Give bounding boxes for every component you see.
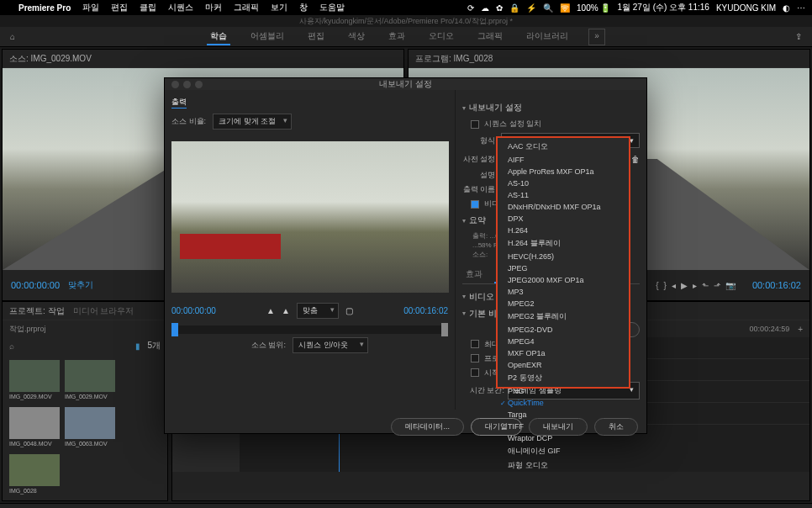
format-option[interactable]: PNG (498, 385, 629, 397)
status-icon[interactable]: 🛜 (560, 3, 570, 13)
bin-item[interactable]: IMG_0063.MOV (65, 407, 115, 449)
metadata-button[interactable]: 메타데이터... (391, 418, 464, 436)
menu-marker[interactable]: 마커 (205, 2, 222, 13)
start-tc-checkbox[interactable] (471, 368, 479, 377)
format-option[interactable]: MPEG4 (498, 336, 629, 347)
max-dot[interactable] (195, 81, 203, 88)
status-icon[interactable]: ✿ (496, 3, 503, 13)
lift-icon[interactable]: ⬑ (702, 281, 709, 290)
aspect-icon[interactable]: ▢ (345, 306, 353, 315)
bin-item[interactable]: IMG_0029.MOV (65, 360, 115, 402)
format-option[interactable]: AS-11 (498, 189, 629, 201)
format-option[interactable]: Wraptor DCP (498, 432, 629, 444)
home-button[interactable]: ⌂ (10, 32, 15, 41)
search-icon[interactable]: ⌕ (9, 341, 14, 351)
source-tc-in[interactable]: 00:00:00:00 (11, 280, 60, 290)
status-icon[interactable]: ⚡ (526, 3, 536, 13)
bin-item[interactable]: IMG_0048.MOV (9, 407, 60, 449)
status-icon[interactable]: ☁ (481, 3, 489, 13)
export-tc-in[interactable]: 00:00:00:00 (171, 306, 216, 315)
video-export-checkbox[interactable] (471, 200, 479, 209)
step-fwd-icon[interactable]: ▸ (693, 281, 697, 290)
dialog-titlebar[interactable]: 내보내기 설정 (165, 78, 646, 90)
workspace-tab-effects[interactable]: 효과 (385, 29, 409, 45)
siri-icon[interactable]: ◐ (783, 3, 790, 13)
format-option[interactable]: JPEG (498, 262, 629, 274)
menu-window[interactable]: 창 (299, 2, 308, 13)
menu-extra-icon[interactable]: ⋯ (797, 3, 805, 13)
seq-match-checkbox[interactable] (471, 120, 479, 129)
media-browser-tab[interactable]: 미디어 브라우저 (73, 305, 134, 317)
source-title[interactable]: 소스: IMG_0029.MOV (9, 53, 92, 65)
workspace-more[interactable]: » (588, 29, 605, 45)
format-option[interactable]: MPEG2 (498, 298, 629, 310)
format-option[interactable]: H.264 (498, 225, 629, 236)
format-option[interactable]: Targa (498, 409, 629, 421)
format-option[interactable]: HEVC(H.265) (498, 251, 629, 262)
close-dot[interactable] (171, 81, 179, 88)
format-option[interactable]: AS-10 (498, 177, 629, 189)
workspace-tab-audio[interactable]: 오디오 (425, 29, 457, 45)
format-option[interactable]: H.264 블루레이 (498, 236, 629, 251)
format-option[interactable]: TIFF (498, 421, 629, 432)
program-title[interactable]: 프로그램: IMG_0028 (415, 53, 493, 65)
format-option[interactable]: Apple ProRes MXF OP1a (498, 166, 629, 177)
menu-sequence[interactable]: 시퀀스 (168, 2, 193, 13)
extract-icon[interactable]: ⬏ (714, 281, 720, 290)
format-option[interactable]: AAC 오디오 (498, 140, 629, 154)
share-icon[interactable]: ⇪ (795, 32, 802, 41)
delete-preset-icon[interactable]: 🗑 (631, 155, 640, 164)
workspace-tab-library[interactable]: 라이브러리 (523, 29, 572, 45)
folder-icon[interactable]: ▮ (135, 341, 140, 351)
menu-graphic[interactable]: 그래픽 (234, 2, 259, 13)
format-option[interactable]: 파형 오디오 (498, 458, 629, 473)
format-option[interactable]: P2 동영상 (498, 371, 629, 385)
format-option[interactable]: QuickTime (498, 397, 629, 409)
format-option[interactable]: DNxHR/DNxHD MXF OP1a (498, 201, 629, 213)
max-depth-checkbox[interactable] (471, 340, 479, 348)
step-back-icon[interactable]: ◂ (672, 281, 676, 290)
effects-tab[interactable]: 효과 (462, 267, 486, 283)
workspace-tab-learn[interactable]: 학습 (207, 29, 230, 45)
import-project-checkbox[interactable] (471, 354, 479, 362)
export-range-slider[interactable] (171, 325, 448, 334)
menu-help[interactable]: 도움말 (319, 2, 345, 13)
format-option[interactable]: MPEG2-DVD (498, 324, 629, 336)
menu-view[interactable]: 보기 (271, 2, 287, 13)
export-fit-select[interactable]: 맞춤 (297, 303, 339, 319)
menu-edit[interactable]: 편집 (111, 2, 128, 13)
play-icon[interactable]: ▲ (266, 306, 275, 315)
src-scale-select[interactable]: 크기에 맞게 조절 (213, 114, 292, 130)
mark-in-icon[interactable]: { (656, 281, 658, 290)
battery-status[interactable]: 100% 🔋 (577, 3, 610, 13)
workspace-tab-assembly[interactable]: 어셈블리 (247, 29, 287, 45)
bin-item[interactable]: IMG_0028 (9, 454, 60, 496)
source-fit-dropdown[interactable]: 맞추기 (68, 279, 93, 291)
mark-out-icon[interactable]: } (664, 281, 667, 290)
format-option[interactable]: 애니메이션 GIF (498, 444, 629, 458)
status-icon[interactable]: 🔒 (509, 3, 519, 13)
bin-item[interactable]: IMG_0029.MOV (9, 360, 60, 402)
format-option[interactable]: MP3 (498, 286, 629, 298)
export-frame-icon[interactable]: 📷 (725, 281, 736, 290)
format-option[interactable]: AIFF (498, 154, 629, 166)
play-icon[interactable]: ▶ (681, 281, 688, 290)
format-option[interactable]: DPX (498, 213, 629, 225)
workspace-tab-color[interactable]: 색상 (345, 29, 368, 45)
workspace-tab-graphics[interactable]: 그래픽 (474, 29, 506, 45)
export-settings-section[interactable]: 내보내기 설정 (462, 102, 640, 114)
format-option[interactable]: JPEG2000 MXF OP1a (498, 274, 629, 286)
format-dropdown[interactable]: AAC 오디오AIFFApple ProRes MXF OP1aAS-10AS-… (496, 136, 630, 389)
datetime[interactable]: 1월 27일 (수) 오후 11:16 (617, 2, 709, 13)
output-tab[interactable]: 출력 (171, 97, 187, 108)
format-option[interactable]: MPEG2 블루레이 (498, 310, 629, 324)
project-tab[interactable]: 프로젝트: 작업 (9, 305, 65, 317)
app-name[interactable]: Premiere Pro (18, 3, 71, 13)
menu-file[interactable]: 파일 (82, 2, 99, 13)
menu-clip[interactable]: 클립 (140, 2, 156, 13)
workspace-tab-edit[interactable]: 편집 (304, 29, 328, 45)
format-option[interactable]: MXF OP1a (498, 347, 629, 359)
status-icon[interactable]: 🔍 (543, 3, 553, 13)
min-dot[interactable] (183, 81, 191, 88)
export-preview[interactable] (171, 141, 449, 293)
